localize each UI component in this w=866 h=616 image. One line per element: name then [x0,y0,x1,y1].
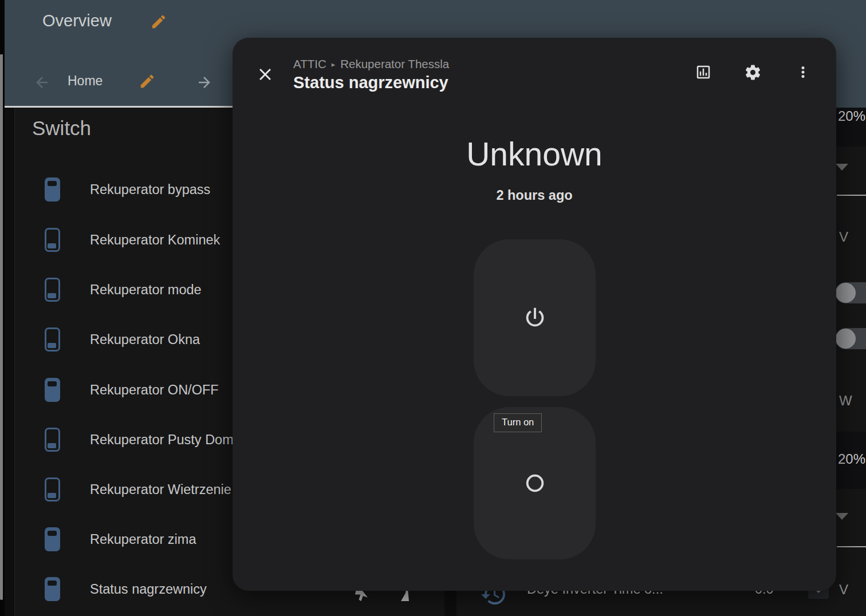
more-menu-button[interactable] [789,58,817,86]
unit-label: V [839,582,848,598]
toggle-switch-icon [45,477,60,502]
toggle-switch-icon [45,177,60,202]
edit-view-button[interactable] [139,71,159,92]
switch-label: Rekuperator bypass [90,182,210,198]
toggle-switch-icon [45,527,60,551]
edit-dashboard-button[interactable] [150,11,171,32]
dialog-title: Status nagrzewnicy [293,73,448,92]
close-button[interactable] [255,62,281,87]
settings-button[interactable] [739,58,766,86]
history-chart-button[interactable] [690,58,717,86]
percent-value: 20% [838,451,865,467]
toggle-switch-icon [45,428,60,452]
circle-outline-icon [524,472,546,494]
dropdown-caret-icon[interactable] [836,164,848,171]
toggle-knob [836,329,856,349]
scrollbar[interactable] [0,54,3,600]
power-icon [522,305,548,331]
switch-label: Rekuperator Okna [90,332,200,348]
tooltip: Turn on [494,413,542,432]
toggle-switch-icon [45,228,60,252]
toggle-switch-icon [45,327,60,352]
toggle-switch[interactable] [835,328,866,349]
toggle-switch-icon [45,278,60,302]
switch-card-title: Switch [32,117,91,140]
percent-value: 20% [838,108,865,124]
toggle-switch-icon [45,378,60,402]
tab-home[interactable]: Home [68,73,103,89]
entity-dialog: ATTIC ▸ Rekuperator Thessla Status nagrz… [233,38,836,591]
switch-label: Rekuperator mode [90,282,202,298]
screen: Overview Home Switch Rekup [0,0,866,616]
toggle-knob [836,283,856,303]
arrow-left-icon [33,74,54,91]
gear-icon [744,64,762,81]
switch-label: Status nagrzewnicy [90,582,207,597]
breadcrumb-separator-icon: ▸ [332,60,336,69]
turn-on-button[interactable] [474,239,596,396]
entity-state: Unknown [233,135,836,173]
dots-vertical-icon [794,64,812,81]
pencil-icon [150,13,171,30]
breadcrumb-area: ATTIC [293,57,326,71]
prev-view-button[interactable] [33,72,54,93]
last-changed[interactable]: 2 hours ago [233,188,836,203]
chart-box-icon [695,64,712,81]
unit-label: W [839,393,852,409]
switch-label: Rekuperator Wietrzenie [90,482,231,497]
unit-label: V [839,229,848,245]
next-view-button[interactable] [196,72,216,93]
toggle-switch[interactable] [835,282,866,303]
switch-label: Rekuperator Pusty Dom [90,432,234,448]
toggle-switch-icon [45,577,60,601]
dropdown-caret-icon[interactable] [836,513,848,520]
arrow-right-icon [196,74,216,91]
breadcrumb-device: Rekuperator Thessla [340,57,449,71]
switch-label: Rekuperator Kominek [90,232,220,248]
pencil-icon [139,73,159,90]
close-icon [255,65,281,84]
page-title: Overview [42,11,112,30]
divider [837,195,866,196]
switch-label: Rekuperator ON/OFF [90,382,219,398]
divider [837,546,866,547]
breadcrumb[interactable]: ATTIC ▸ Rekuperator Thessla [293,57,449,71]
switch-label: Rekuperator zima [90,532,196,547]
